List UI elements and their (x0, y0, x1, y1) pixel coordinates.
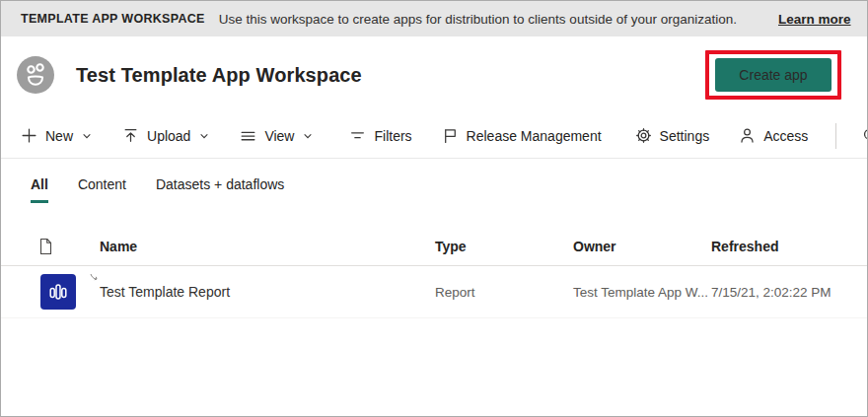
toolbar-release-management-label: Release Management (467, 128, 602, 144)
table-row[interactable]: Test Template Report Report Test Templat… (1, 266, 867, 318)
tab-all[interactable]: All (31, 176, 48, 203)
toolbar-view-label: View (264, 128, 294, 144)
filter-icon (349, 127, 366, 144)
toolbar-new-button[interactable]: New (19, 123, 95, 148)
workspace-type-banner: TEMPLATE APP WORKSPACE Use this workspac… (1, 1, 867, 36)
banner-label: TEMPLATE APP WORKSPACE (21, 12, 205, 26)
toolbar-access-button[interactable]: Access (737, 123, 810, 148)
workspace-header: Test Template App Workspace Create app (1, 36, 867, 113)
toolbar-view-button[interactable]: View (238, 123, 316, 148)
person-icon (739, 127, 756, 144)
create-app-highlight-box: Create app (705, 50, 841, 100)
toolbar-settings-button[interactable]: Settings (633, 123, 712, 148)
chevron-down-icon (302, 130, 314, 142)
toolbar-filters-label: Filters (374, 128, 411, 144)
learn-more-link[interactable]: Learn more (778, 12, 851, 27)
toolbar-access-label: Access (763, 128, 808, 144)
column-header-type[interactable]: Type (435, 239, 573, 254)
content-tabs: All Content Datasets + dataflows (1, 159, 867, 203)
table-header-row: Name Type Owner Refreshed (1, 227, 867, 266)
toolbar-upload-button[interactable]: Upload (120, 123, 212, 148)
report-owner: Test Template App W... (573, 285, 711, 300)
upload-icon (122, 127, 139, 144)
toolbar-filters-button[interactable]: Filters (347, 123, 413, 148)
toolbar-settings-label: Settings (660, 128, 710, 144)
chevron-down-icon (198, 130, 210, 142)
toolbar-new-label: New (45, 128, 73, 144)
plus-icon (21, 127, 37, 144)
report-name: Test Template Report (100, 284, 230, 300)
page-title: Test Template App Workspace (76, 64, 362, 87)
document-icon (38, 238, 53, 255)
toolbar-right-section: Search (835, 123, 868, 149)
column-header-name[interactable]: Name (100, 239, 435, 254)
report-name-cell[interactable]: Test Template Report (100, 284, 435, 300)
report-type: Report (435, 285, 573, 300)
column-header-refreshed[interactable]: Refreshed (711, 239, 867, 254)
mouse-cursor-artifact (90, 273, 100, 283)
items-table: Name Type Owner Refreshed Test Template … (1, 227, 867, 318)
chevron-down-icon (81, 130, 93, 142)
report-bar-chart-icon (47, 281, 69, 303)
toolbar-upload-label: Upload (147, 128, 190, 144)
create-app-button[interactable]: Create app (715, 58, 832, 92)
gear-icon (635, 127, 652, 144)
search-button[interactable]: Search (860, 123, 868, 148)
toolbar-release-management-button[interactable]: Release Management (440, 123, 604, 148)
search-icon (862, 127, 868, 144)
report-refreshed: 7/15/21, 2:02:22 PM (711, 285, 867, 300)
people-group-icon (17, 56, 54, 94)
view-list-icon (240, 127, 256, 144)
tab-content[interactable]: Content (78, 176, 126, 203)
flag-icon (442, 127, 459, 144)
command-bar: New Upload View Filters Release Manageme… (1, 113, 867, 159)
banner-message: Use this workspace to create apps for di… (219, 12, 737, 27)
report-thumbnail (40, 274, 76, 310)
workspace-avatar (17, 56, 54, 94)
toolbar-divider (835, 123, 836, 149)
column-header-owner[interactable]: Owner (573, 239, 711, 254)
tab-datasets-dataflows[interactable]: Datasets + dataflows (156, 176, 284, 203)
app-window: TEMPLATE APP WORKSPACE Use this workspac… (0, 0, 868, 417)
